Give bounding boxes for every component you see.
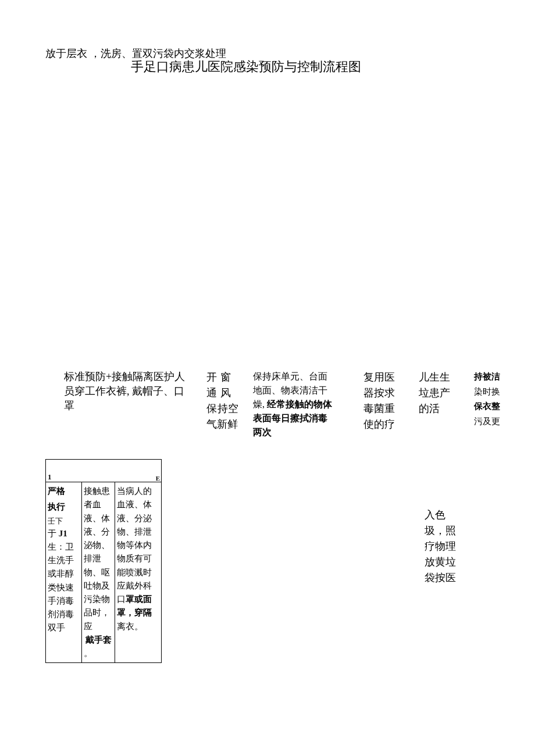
tc2-bold: 戴手套 xyxy=(84,633,113,647)
column-6: 持被洁 染时换 保衣整 污及更 xyxy=(474,370,515,429)
table: 1 E 严格 执行 壬下 于 J1 生：卫生洗手或非醇类快速手消毒剂消毒双手 接… xyxy=(45,459,162,663)
table-body: 严格 执行 壬下 于 J1 生：卫生洗手或非醇类快速手消毒剂消毒双手 接触患者血… xyxy=(45,482,162,663)
tc3-post: 离衣。 xyxy=(117,622,143,631)
col6-b2: 保衣整 xyxy=(474,399,500,414)
column-4: 复用医器按求毒菌重使的疗 xyxy=(363,370,395,432)
table-col-1: 严格 执行 壬下 于 J1 生：卫生洗手或非醇类快速手消毒剂消毒双手 xyxy=(46,482,82,663)
tc1-rest: 于 J1 生：卫生洗手或非醇类快速手消毒剂消毒双手 xyxy=(48,527,80,635)
tc2-end: 。 xyxy=(84,648,92,658)
table-header: 1 E xyxy=(45,459,162,482)
column-5: 儿生生垃患产的活 xyxy=(419,370,451,417)
column-3: 保持床单元、台面地面、物表清洁干燥, 经常接触的物体表面每日擦拭消毒两次 xyxy=(253,370,334,439)
col2-line2b: 通风 xyxy=(206,385,238,401)
col6-b1: 持被洁 xyxy=(474,370,500,385)
column-2: 开窗 通风 保持空气新鲜 xyxy=(206,370,238,432)
table-col-3: 当病人的血液、体液、分泌物、排泄物等体内物质有可能喷溅时应戴外科口罩或面罩，穿隔… xyxy=(115,482,162,663)
tc2-main: 接触患者血液、体液、分泌物、排泄物、呕吐物及污染物品时，应 xyxy=(84,486,110,631)
trail-column: 入色圾，照疗物理放黄垃袋按医 xyxy=(425,507,456,586)
column-1: 标准预防+接触隔离医护人员穿工作衣裤, 戴帽子、口罩 xyxy=(64,370,186,414)
header-right: E xyxy=(156,475,160,482)
header-num: 1 xyxy=(48,472,52,482)
col2-line1: 开窗 xyxy=(206,370,238,385)
col3-bold: 经常接触的物体表面每日擦拭消毒两次 xyxy=(253,399,332,437)
col2-rest: 保持空气新鲜 xyxy=(206,401,238,432)
col6-p1: 染时换 xyxy=(474,385,500,400)
tc1-b2: 执行 xyxy=(48,500,80,514)
col6-p2: 污及更 xyxy=(474,414,500,429)
table-col-2: 接触患者血液、体液、分泌物、排泄物、呕吐物及污染物品时，应 戴手套。 xyxy=(82,482,116,663)
tc3-pre: 当病人的血液、体液、分泌物、排泄物等体内物质有可能喷溅时应戴外科口 xyxy=(117,486,152,604)
tc1-sm: 壬下 xyxy=(48,515,80,527)
page-title: 手足口病患儿医院感染预防与控制流程图 xyxy=(131,58,361,76)
tc1-b1: 严格 xyxy=(48,485,80,498)
